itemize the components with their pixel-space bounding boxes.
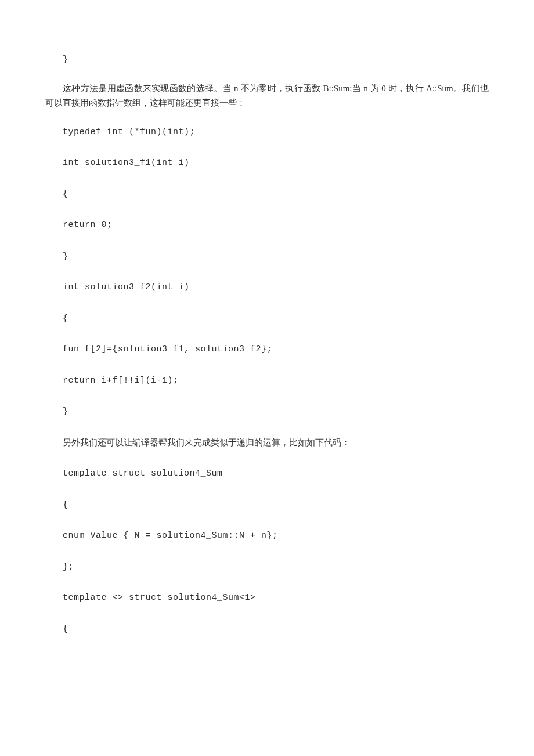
code-line: fun f[2]={solution3_f1, solution3_f2}; (45, 342, 489, 357)
text-line: } (45, 52, 489, 67)
code-line: { (45, 622, 489, 637)
code-line: } (45, 249, 489, 264)
code-line: typedef int (*fun)(int); (45, 125, 489, 140)
paragraph: 这种方法是用虚函数来实现函数的选择。当 n 不为零时，执行函数 B::Sum;当… (45, 81, 489, 111)
code-line: int solution3_f2(int i) (45, 280, 489, 295)
code-line: template struct solution4_Sum (45, 466, 489, 481)
code-line: return i+f[!!i](i-1); (45, 373, 489, 388)
code-line: int solution3_f1(int i) (45, 156, 489, 171)
code-line: }; (45, 560, 489, 575)
code-line: { (45, 311, 489, 326)
code-line: { (45, 187, 489, 202)
code-line: template <> struct solution4_Sum<1> (45, 591, 489, 606)
code-line: return 0; (45, 218, 489, 233)
paragraph: 另外我们还可以让编译器帮我们来完成类似于递归的运算，比如如下代码： (45, 435, 489, 451)
code-line: } (45, 404, 489, 419)
code-line: enum Value { N = solution4_Sum::N + n}; (45, 528, 489, 543)
code-line: { (45, 498, 489, 513)
